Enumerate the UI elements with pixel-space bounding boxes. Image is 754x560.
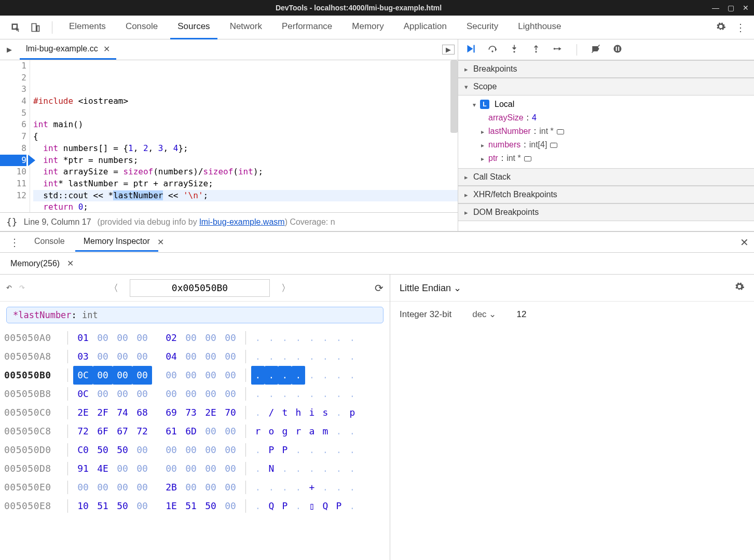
braces-icon[interactable]: {} — [6, 216, 18, 227]
step-over-icon[interactable] — [487, 44, 498, 56]
xhr-section[interactable]: XHR/fetch Breakpoints — [458, 186, 754, 203]
svg-point-2 — [513, 51, 515, 52]
value-interpreter: Little Endian ⌄ Integer 32-bit dec⌄ 12 — [390, 275, 754, 560]
local-badge-icon: L — [480, 100, 489, 109]
drawer-tab-memory-inspector[interactable]: Memory Inspector — [75, 233, 158, 252]
wasm-link[interactable]: lmi-bug-example.wasm — [199, 217, 285, 226]
var-ptr[interactable]: ptr:int * — [473, 152, 749, 165]
var-lastNumber[interactable]: lastNumber:int * — [473, 125, 749, 138]
settings-icon[interactable] — [734, 281, 745, 294]
hex-row[interactable]: 005050E0000000002B000000....+... — [4, 478, 386, 497]
settings-icon[interactable] — [716, 21, 726, 34]
hex-row[interactable]: 005050B80C00000000000000........ — [4, 385, 386, 403]
tab-elements[interactable]: Elements — [62, 15, 113, 39]
dom-section[interactable]: DOM Breakpoints — [458, 203, 754, 221]
refresh-icon[interactable]: ⟳ — [375, 282, 383, 294]
inspect-icon[interactable] — [8, 20, 23, 35]
svg-point-6 — [614, 45, 622, 53]
drawer: ⋮ Console Memory Inspector ✕ ✕ Memory(25… — [0, 231, 754, 560]
window-titlebar: DevTools - localhost:4000/lmi-bug-exampl… — [0, 0, 754, 16]
kebab-icon[interactable]: ⋮ — [735, 21, 746, 34]
hex-row[interactable]: 005050D8914E000000000000.N...... — [4, 459, 386, 478]
hex-row[interactable]: 005050C8726F6772616D0000rogram.. — [4, 422, 386, 441]
var-numbers[interactable]: numbers:int[4] — [473, 138, 749, 152]
hex-row[interactable]: 005050D0C050500000000000.PP..... — [4, 441, 386, 459]
redo-icon: ↷ — [19, 284, 25, 292]
close-icon[interactable]: ✕ — [67, 258, 74, 268]
tab-lighthouse[interactable]: Lighthouse — [511, 15, 568, 39]
scope-local[interactable]: LLocal — [473, 98, 749, 111]
resume-small-icon[interactable]: ▶ — [442, 45, 455, 54]
tab-sources[interactable]: Sources — [170, 15, 217, 39]
deactivate-breakpoints-icon[interactable] — [591, 44, 601, 56]
window-maximize-icon[interactable]: ▢ — [728, 4, 734, 12]
svg-point-1 — [491, 50, 493, 52]
scrollbar[interactable] — [450, 60, 458, 133]
cursor-position: Line 9, Column 17 — [24, 217, 91, 227]
interp-value: 12 — [517, 309, 527, 320]
svg-point-3 — [535, 51, 537, 52]
step-into-icon[interactable] — [509, 44, 519, 56]
hex-row[interactable]: 005050B00C00000000000000........ — [4, 366, 386, 385]
scope-section[interactable]: Scope — [458, 78, 754, 95]
memory-icon[interactable] — [550, 143, 557, 148]
file-tab[interactable]: lmi-bug-example.cc ✕ — [20, 40, 116, 60]
file-tab-name: lmi-bug-example.cc — [26, 44, 98, 53]
memory-icon[interactable] — [524, 156, 531, 161]
hex-viewer: ↶ ↷ 〈 〉 ⟳ *lastNumber: int 005050A001000… — [0, 275, 390, 560]
hex-row[interactable]: 005050A80300000004000000........ — [4, 347, 386, 366]
resume-icon[interactable] — [464, 43, 476, 56]
svg-rect-7 — [616, 47, 617, 51]
drawer-tab-console[interactable]: Console — [26, 233, 73, 252]
debugger-panel: Breakpoints Scope LLocal arraySize:4 las… — [458, 39, 754, 231]
hex-row[interactable]: 005050E8105150001E515000.QP.▯QP. — [4, 497, 386, 515]
format-select[interactable]: dec⌄ — [472, 309, 496, 320]
callstack-section[interactable]: Call Stack — [458, 168, 754, 186]
breakpoints-section[interactable]: Breakpoints — [458, 60, 754, 78]
undo-icon[interactable]: ↶ — [6, 284, 12, 292]
device-icon[interactable] — [28, 20, 43, 35]
prev-page-icon[interactable]: 〈 — [105, 282, 122, 294]
window-title: DevTools - localhost:4000/lmi-bug-exampl… — [5, 4, 712, 12]
close-icon[interactable]: ✕ — [157, 237, 164, 247]
source-panel: ▶ lmi-bug-example.cc ✕ ▶ 123456789101112… — [0, 39, 458, 231]
hex-row[interactable]: 005050C02E2F746869732E70./this.p — [4, 403, 386, 422]
tab-performance[interactable]: Performance — [275, 15, 339, 39]
memory-tab[interactable]: Memory(256) — [3, 255, 67, 272]
show-navigator-icon[interactable]: ▶ — [3, 46, 16, 53]
close-icon[interactable]: ✕ — [103, 44, 110, 54]
tab-security[interactable]: Security — [459, 15, 505, 39]
step-icon[interactable] — [553, 44, 563, 56]
tab-network[interactable]: Network — [223, 15, 269, 39]
address-input[interactable] — [130, 279, 270, 297]
tab-memory[interactable]: Memory — [345, 15, 391, 39]
svg-rect-0 — [473, 45, 474, 53]
endianness-select[interactable]: Little Endian ⌄ — [400, 282, 461, 294]
svg-rect-8 — [618, 47, 619, 51]
hex-row[interactable]: 005050A00100000002000000........ — [4, 329, 386, 347]
window-minimize-icon[interactable]: — — [712, 4, 719, 12]
next-page-icon[interactable]: 〉 — [277, 282, 295, 294]
chevron-down-icon: ⌄ — [489, 309, 496, 320]
memory-icon[interactable] — [557, 129, 564, 134]
pause-exceptions-icon[interactable] — [612, 44, 623, 56]
drawer-kebab-icon[interactable]: ⋮ — [5, 236, 24, 249]
scope-body: LLocal arraySize:4 lastNumber:int * numb… — [458, 95, 754, 168]
editor-status: {} Line 9, Column 17 (provided via debug… — [0, 212, 458, 231]
step-out-icon[interactable] — [531, 44, 541, 56]
devtools-main-tabs: Elements Console Sources Network Perform… — [0, 16, 754, 39]
close-drawer-icon[interactable]: ✕ — [740, 236, 749, 249]
highlight-chip[interactable]: *lastNumber: int — [6, 307, 383, 323]
svg-point-4 — [554, 48, 555, 49]
var-arraySize[interactable]: arraySize:4 — [473, 111, 749, 125]
window-close-icon[interactable]: ✕ — [743, 4, 749, 12]
interp-type: Integer 32-bit — [400, 309, 451, 320]
chevron-down-icon: ⌄ — [454, 283, 461, 293]
tab-application[interactable]: Application — [396, 15, 454, 39]
code-editor[interactable]: 123456789101112 #include <iostream>int m… — [0, 60, 458, 212]
tab-console[interactable]: Console — [118, 15, 165, 39]
